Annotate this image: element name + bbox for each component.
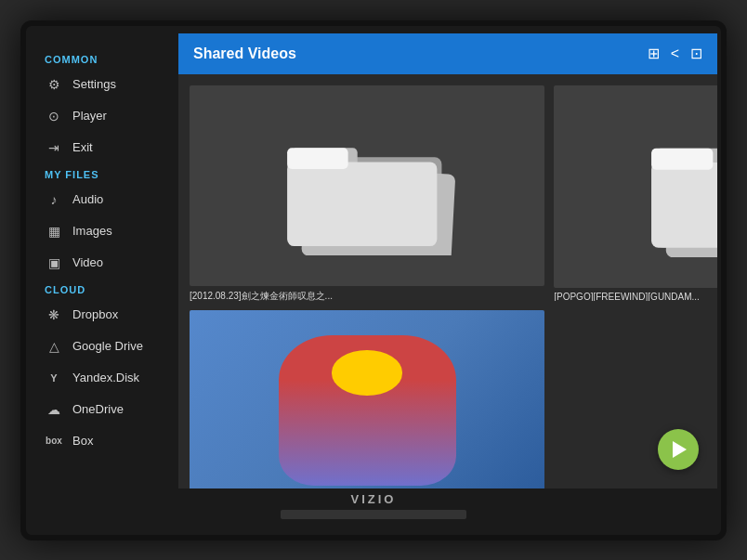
video-item-ironman[interactable]: The Visual Effetcs Of Iron... 00:27:04 ⋮ [190, 310, 544, 488]
video-item-folder1[interactable]: [2012.08.23]劍之煉金術師叹息之... [190, 85, 544, 302]
tv-brand-label: VIZIO [351, 492, 397, 506]
grid-view-icon[interactable]: ⊞ [648, 45, 660, 62]
video-item-folder2[interactable]: [POPGO][FREEWIND][GUNDAM... [554, 85, 717, 302]
header-icons: ⊞ < ⊡ [648, 45, 702, 62]
svg-rect-8 [651, 163, 717, 248]
svg-rect-9 [651, 149, 713, 170]
folder1-svg [242, 115, 491, 255]
audio-icon: ♪ [45, 190, 63, 209]
sidebar-audio-label: Audio [72, 192, 103, 206]
sidebar-item-googledrive[interactable]: △ Google Drive [30, 331, 178, 362]
svg-rect-3 [287, 162, 437, 246]
tv-stand-bar [281, 510, 466, 519]
sidebar-exit-label: Exit [72, 140, 93, 154]
sidebar-item-audio[interactable]: ♪ Audio [30, 184, 178, 215]
header-title: Shared Videos [193, 46, 296, 62]
sidebar-images-label: Images [72, 224, 112, 238]
folder1-label: [2012.08.23]劍之煉金術師叹息之... [190, 290, 544, 302]
sidebar-item-yandex[interactable]: Y Yandex.Disk [30, 362, 178, 394]
sidebar-yandex-label: Yandex.Disk [72, 371, 139, 384]
video-grid: [2012.08.23]劍之煉金術師叹息之... [POPGO][FREEWI [178, 74, 717, 488]
main-content: Shared Videos ⊞ < ⊡ [178, 33, 717, 488]
images-icon: ▦ [45, 222, 63, 241]
onedrive-icon: ☁ [45, 400, 63, 419]
sidebar-box-label: Box [72, 434, 93, 448]
sidebar-item-player[interactable]: ⊙ Player [30, 100, 178, 132]
player-icon: ⊙ [45, 107, 63, 125]
sidebar: COMMON ⚙ Settings ⊙ Player ⇥ Exit MY FIL… [30, 33, 178, 488]
sidebar-dropbox-label: Dropbox [72, 307, 118, 321]
header-bar: Shared Videos ⊞ < ⊡ [178, 33, 717, 74]
sidebar-item-settings[interactable]: ⚙ Settings [30, 69, 178, 100]
sidebar-item-dropbox[interactable]: ❋ Dropbox [30, 299, 178, 331]
sidebar-item-onedrive[interactable]: ☁ OneDrive [30, 394, 178, 425]
box-icon: box [45, 432, 63, 450]
sidebar-item-video[interactable]: ▣ Video [30, 247, 178, 279]
folder2-thumb [554, 85, 717, 289]
sidebar-video-label: Video [72, 255, 103, 269]
menu-icon[interactable]: ⊡ [690, 45, 702, 62]
sidebar-item-images[interactable]: ▦ Images [30, 215, 178, 247]
folder1-thumb [190, 85, 544, 286]
googledrive-icon: △ [45, 337, 63, 356]
sidebar-onedrive-label: OneDrive [72, 402, 124, 416]
play-triangle-icon [673, 441, 687, 458]
svg-rect-4 [287, 148, 348, 169]
sidebar-item-box[interactable]: box Box [30, 425, 178, 457]
share-icon[interactable]: < [671, 46, 679, 62]
tv-screen: COMMON ⚙ Settings ⊙ Player ⇥ Exit MY FIL… [30, 33, 717, 488]
sidebar-googledrive-label: Google Drive [72, 339, 143, 353]
cloud-section-label: CLOUD [30, 279, 178, 299]
dropbox-icon: ❋ [45, 306, 63, 324]
tv-frame: COMMON ⚙ Settings ⊙ Player ⇥ Exit MY FIL… [20, 20, 727, 540]
exit-icon: ⇥ [45, 138, 63, 157]
common-section-label: COMMON [30, 48, 178, 69]
folder2-label: [POPGO][FREEWIND][GUNDAM... [554, 292, 717, 301]
play-fab-button[interactable] [658, 429, 699, 470]
sidebar-player-label: Player [72, 109, 107, 123]
ironman-thumb: The Visual Effetcs Of Iron... 00:27:04 ⋮ [190, 310, 544, 488]
settings-icon: ⚙ [45, 75, 63, 94]
myfiles-section-label: MY FILES [30, 163, 178, 184]
folder2-svg [608, 115, 717, 257]
yandex-icon: Y [45, 369, 63, 387]
video-icon: ▣ [45, 254, 63, 272]
sidebar-item-exit[interactable]: ⇥ Exit [30, 132, 178, 163]
sidebar-settings-label: Settings [72, 77, 116, 91]
